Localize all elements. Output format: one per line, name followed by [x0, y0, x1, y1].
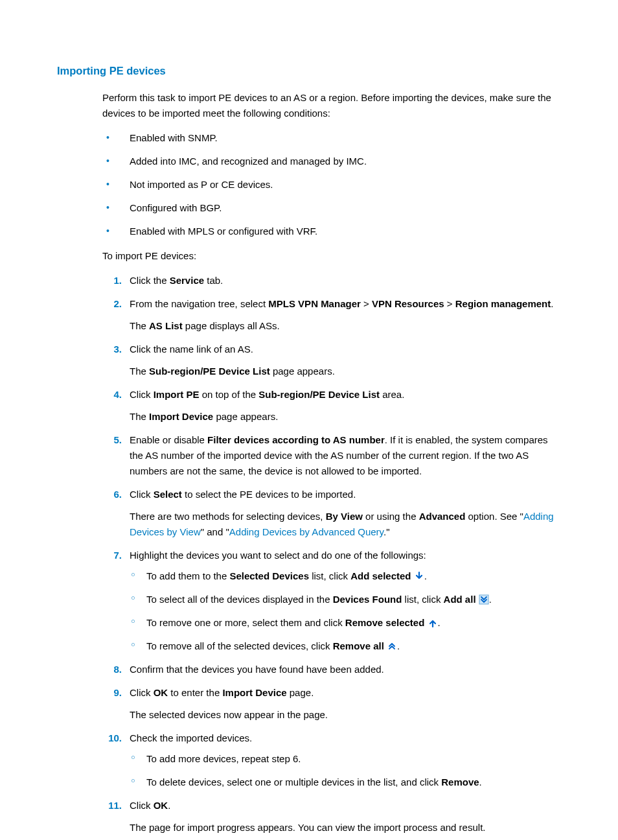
arrow-down-icon: [414, 571, 424, 581]
step-text: tab.: [204, 275, 223, 286]
step-item: Click OK to enter the Import Device page…: [102, 685, 561, 723]
step-text: .: [479, 776, 482, 788]
step-item: Check the imported devices. To add more …: [102, 730, 561, 790]
ui-label: Selected Devices: [229, 570, 309, 581]
step-item: Click the Service tab.: [102, 273, 561, 288]
step-item: Click the name link of an AS. The Sub-re…: [102, 342, 561, 379]
step-text: The: [130, 411, 149, 422]
ui-label: Remove: [441, 776, 479, 788]
step-text: .: [424, 570, 427, 581]
sub-step-item: To remove all of the selected devices, c…: [130, 638, 561, 654]
sub-step-item: To select all of the devices displayed i…: [130, 592, 561, 607]
ui-label: Select: [154, 489, 182, 500]
ui-label: Service: [170, 275, 204, 286]
step-text: page appears.: [213, 411, 278, 422]
step-sub: The Sub-region/PE Device List page appea…: [130, 364, 561, 379]
step-text: Check the imported devices.: [130, 732, 252, 743]
step-item: Click OK. The page for import progress a…: [102, 798, 561, 835]
ui-label: Add selected: [350, 570, 411, 581]
ui-label: Advanced: [419, 511, 466, 522]
sub-step-list: To add them to the Selected Devices list…: [130, 568, 561, 654]
step-sub: The selected devices now appear in the p…: [130, 707, 561, 723]
step-text: area.: [380, 389, 404, 400]
step-text: .": [383, 526, 390, 537]
step-text: The: [130, 320, 149, 331]
ui-label: Remove all: [333, 640, 384, 651]
ui-label: Devices Found: [333, 594, 402, 605]
step-text: page appears.: [270, 366, 335, 377]
ui-label: AS List: [149, 320, 183, 331]
ui-label: Sub-region/PE Device List: [149, 366, 270, 377]
condition-list: Enabled with SNMP. Added into IMC, and r…: [102, 130, 561, 239]
step-text: to select the PE devices to be imported.: [182, 489, 356, 500]
step-text: page displays all ASs.: [183, 320, 280, 331]
leadin-paragraph: To import PE devices:: [102, 248, 561, 264]
step-text: To remove one or more, select them and c…: [146, 617, 345, 628]
step-sub: The Import Device page appears.: [130, 409, 561, 425]
step-text: Click: [130, 800, 154, 811]
intro-paragraph: Perform this task to import PE devices t…: [102, 90, 561, 121]
ui-label: Region management: [455, 298, 551, 309]
step-item: Click Select to select the PE devices to…: [102, 487, 561, 540]
sub-step-item: To add them to the Selected Devices list…: [130, 568, 561, 584]
step-text: list, click: [309, 570, 350, 581]
step-text: .: [438, 617, 441, 628]
step-text: " and ": [201, 526, 229, 537]
double-arrow-down-icon: [479, 594, 489, 605]
sub-step-item: To remove one or more, select them and c…: [130, 615, 561, 631]
step-text: >: [361, 298, 372, 309]
step-text: Click the name link of an AS.: [130, 344, 253, 355]
ui-label: OK: [154, 687, 168, 698]
step-text: Click: [130, 389, 154, 400]
step-text: To remove all of the selected devices, c…: [146, 640, 333, 651]
step-text: The: [130, 366, 149, 377]
list-item: Not imported as P or CE devices.: [102, 177, 561, 192]
sub-step-list: To add more devices, repeat step 6. To d…: [130, 751, 561, 790]
ui-label: Filter devices according to AS number: [207, 434, 385, 445]
ui-label: Add all: [444, 594, 476, 605]
step-item: From the navigation tree, select MPLS VP…: [102, 296, 561, 334]
step-item: Confirm that the devices you have found …: [102, 662, 561, 677]
step-sub: The AS List page displays all ASs.: [130, 318, 561, 334]
step-text: To delete devices, select one or multipl…: [146, 776, 441, 788]
step-sub: The page for import progress appears. Yo…: [130, 820, 561, 835]
step-text: .: [551, 298, 553, 309]
ui-label: Import Device: [149, 411, 213, 422]
procedure-steps: Click the Service tab. From the navigati…: [102, 273, 561, 835]
link-adding-by-advanced-query[interactable]: Adding Devices by Advanced Query: [229, 526, 383, 537]
step-text: >: [444, 298, 455, 309]
ui-label: By View: [326, 511, 363, 522]
step-sub: There are two methods for selecting devi…: [130, 509, 561, 540]
step-text: To add them to the: [146, 570, 229, 581]
list-item: Enabled with MPLS or configured with VRF…: [102, 224, 561, 239]
step-text: option. See ": [465, 511, 523, 522]
step-text: Confirm that the devices you have found …: [130, 664, 384, 675]
step-text: or using the: [363, 511, 419, 522]
step-item: Highlight the devices you want to select…: [102, 548, 561, 654]
ui-label: Remove selected: [345, 617, 425, 628]
list-item: Enabled with SNMP.: [102, 130, 561, 146]
step-text: Enable or disable: [130, 434, 207, 445]
body-content: Perform this task to import PE devices t…: [102, 90, 561, 835]
step-item: Enable or disable Filter devices accordi…: [102, 432, 561, 479]
ui-label: OK: [154, 800, 168, 811]
step-text: Click: [130, 687, 154, 698]
ui-label: Import PE: [154, 389, 200, 400]
section-heading: Importing PE devices: [57, 65, 561, 77]
step-text: .: [168, 800, 170, 811]
step-text: to enter the: [168, 687, 222, 698]
ui-label: Import Device: [222, 687, 286, 698]
step-text: page.: [287, 687, 314, 698]
document-page: Importing PE devices Perform this task t…: [0, 0, 618, 840]
sub-step-item: To delete devices, select one or multipl…: [130, 775, 561, 790]
double-arrow-up-icon: [387, 641, 397, 651]
step-text: To select all of the devices displayed i…: [146, 594, 333, 605]
arrow-up-icon: [428, 618, 438, 628]
step-text: There are two methods for selecting devi…: [130, 511, 326, 522]
step-item: Click Import PE on top of the Sub-region…: [102, 387, 561, 425]
step-text: on top of the: [200, 389, 259, 400]
step-text: Click the: [130, 275, 170, 286]
step-text: Click: [130, 489, 154, 500]
sub-step-item: To add more devices, repeat step 6.: [130, 751, 561, 767]
list-item: Added into IMC, and recognized and manag…: [102, 154, 561, 169]
